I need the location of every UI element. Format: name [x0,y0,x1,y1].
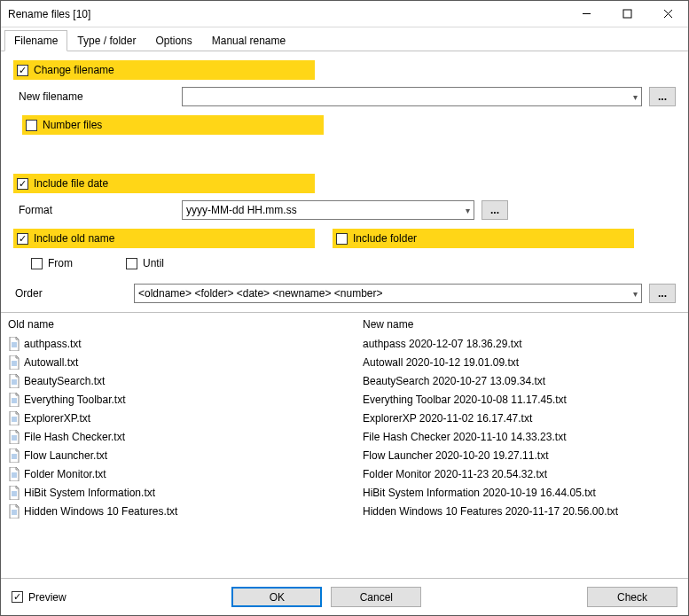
old-name-cell: authpass.txt [24,338,82,350]
include-row: Include old name Include folder [13,229,676,248]
new-name-cell: authpass 2020-12-07 18.36.29.txt [363,338,521,350]
new-name-cell: Autowall 2020-10-12 19.01.09.txt [363,356,519,369]
format-select[interactable]: yyyy-MM-dd HH.mm.ss ▾ [182,200,474,220]
file-icon [8,337,20,351]
until-label: Until [143,257,164,269]
tab-type-folder[interactable]: Type / folder [67,30,145,51]
table-row[interactable]: Everything Toolbar.txtEverything Toolbar… [8,390,681,409]
tab-filename[interactable]: Filename [4,30,67,51]
svg-rect-1 [623,10,631,18]
window-title: Rename files [10] [8,8,566,20]
from-label: From [48,257,73,269]
preview-checkbox[interactable] [12,591,23,603]
tab-manual-rename[interactable]: Manual rename [202,30,295,51]
new-filename-row: New filename ▾ ... [13,87,676,106]
new-name-cell: HiBit System Information 2020-10-19 16.4… [363,487,596,499]
table-row[interactable]: Flow Launcher.txtFlow Launcher 2020-10-2… [8,446,681,464]
number-files-row: Number files [22,115,324,135]
include-folder-label: Include folder [353,232,417,245]
chevron-down-icon: ▾ [633,289,638,299]
order-value: <oldname> <folder> <date> <newname> <num… [138,287,383,300]
format-label: Format [13,204,182,216]
column-new-name[interactable]: New name [363,318,681,331]
change-filename-label: Change filename [34,64,114,76]
order-label: Order [13,287,134,300]
from-until-row: From Until [13,257,676,269]
file-icon [8,355,20,370]
file-list: Old name New name authpass.txtauthpass 2… [1,312,688,578]
file-icon [8,486,20,500]
column-old-name[interactable]: Old name [8,318,363,331]
old-name-cell: Everything Toolbar.txt [24,394,126,406]
file-icon [8,393,20,407]
file-icon [8,374,20,388]
include-old-name-row: Include old name [13,229,315,248]
include-folder-row: Include folder [333,229,634,248]
ok-button[interactable]: OK [231,587,322,607]
new-filename-label: New filename [13,90,182,103]
new-name-cell: File Hash Checker 2020-11-10 14.33.23.tx… [363,431,566,443]
table-row[interactable]: Hidden Windows 10 Features.txtHidden Win… [8,502,681,520]
new-filename-more-button[interactable]: ... [649,87,676,106]
include-folder-checkbox[interactable] [336,233,348,245]
new-name-cell: ExplorerXP 2020-11-02 16.17.47.txt [363,412,532,425]
cancel-button[interactable]: Cancel [331,587,421,607]
format-value: yyyy-MM-dd HH.mm.ss [186,204,297,216]
file-icon [8,467,20,481]
table-row[interactable]: ExplorerXP.txtExplorerXP 2020-11-02 16.1… [8,409,681,427]
include-old-name-label: Include old name [34,232,114,245]
table-row[interactable]: BeautySearch.txtBeautySearch 2020-10-27 … [8,371,681,390]
old-name-cell: ExplorerXP.txt [24,412,90,425]
order-row: Order <oldname> <folder> <date> <newname… [13,284,676,303]
new-name-cell: Folder Monitor 2020-11-23 20.54.32.txt [363,468,547,480]
include-file-date-row: Include file date [13,174,315,193]
include-file-date-label: Include file date [34,177,108,190]
number-files-checkbox[interactable] [26,120,37,131]
old-name-cell: Folder Monitor.txt [24,468,106,480]
tab-bar: Filename Type / folder Options Manual re… [1,29,688,51]
old-name-cell: File Hash Checker.txt [24,431,125,443]
change-filename-checkbox[interactable] [17,65,28,76]
chevron-down-icon: ▾ [633,92,638,102]
new-name-cell: BeautySearch 2020-10-27 13.09.34.txt [363,375,545,387]
include-old-name-checkbox[interactable] [17,233,28,245]
table-row[interactable]: HiBit System Information.txtHiBit System… [8,483,681,502]
format-more-button[interactable]: ... [482,200,508,220]
new-name-cell: Everything Toolbar 2020-10-08 11.17.45.t… [363,394,567,406]
minimize-button[interactable] [566,1,607,27]
maximize-button[interactable] [607,1,647,27]
table-row[interactable]: File Hash Checker.txtFile Hash Checker 2… [8,427,681,446]
number-files-label: Number files [43,119,102,131]
file-icon [8,430,20,444]
preview-label: Preview [28,591,67,604]
table-row[interactable]: Folder Monitor.txtFolder Monitor 2020-11… [8,464,681,483]
footer: Preview OK Cancel Check [1,578,688,615]
new-name-cell: Hidden Windows 10 Features 2020-11-17 20… [363,505,618,518]
new-filename-select[interactable]: ▾ [182,87,642,106]
from-checkbox[interactable] [31,258,43,269]
change-filename-row: Change filename [13,60,315,80]
close-button[interactable] [647,1,688,27]
window: Rename files [10] Filename Type / folder… [0,0,689,616]
list-header: Old name New name [8,316,681,334]
order-more-button[interactable]: ... [649,284,676,303]
file-icon [8,504,20,519]
old-name-cell: BeautySearch.txt [24,375,105,387]
check-button[interactable]: Check [587,587,677,607]
order-select[interactable]: <oldname> <folder> <date> <newname> <num… [134,284,642,303]
table-row[interactable]: Autowall.txtAutowall 2020-10-12 19.01.09… [8,353,681,371]
until-checkbox[interactable] [126,258,137,269]
new-name-cell: Flow Launcher 2020-10-20 19.27.11.txt [363,449,548,462]
include-file-date-checkbox[interactable] [17,178,28,190]
tab-options[interactable]: Options [145,30,201,51]
filename-panel: Change filename New filename ▾ ... Numbe… [1,51,688,312]
chevron-down-icon: ▾ [466,206,470,215]
old-name-cell: Autowall.txt [24,356,78,369]
file-icon [8,411,20,425]
old-name-cell: Flow Launcher.txt [24,449,107,462]
window-buttons [566,1,688,27]
old-name-cell: Hidden Windows 10 Features.txt [24,505,177,518]
table-row[interactable]: authpass.txtauthpass 2020-12-07 18.36.29… [8,334,681,353]
old-name-cell: HiBit System Information.txt [24,487,155,499]
file-icon [8,448,20,463]
